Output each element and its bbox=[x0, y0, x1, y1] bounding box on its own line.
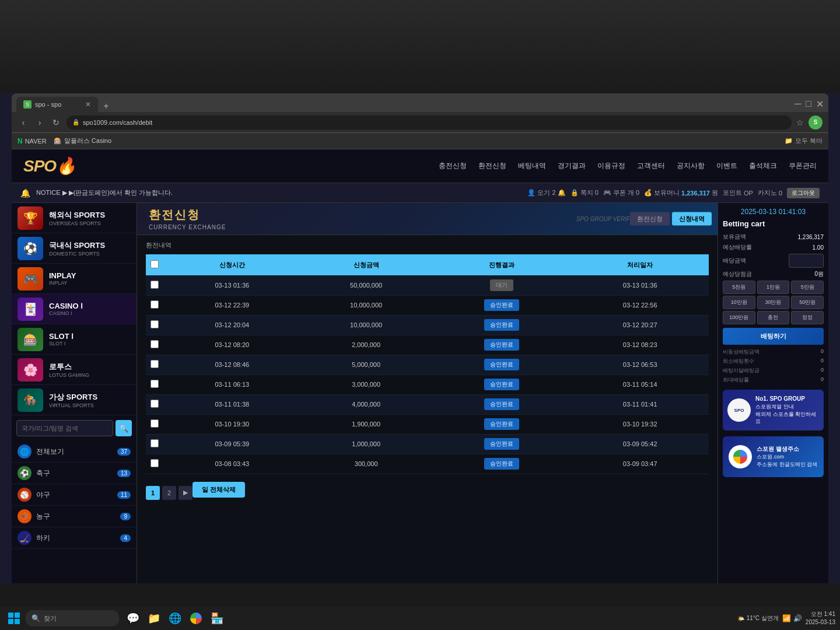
row-checkbox-3[interactable] bbox=[150, 340, 159, 348]
row-checkbox-9[interactable] bbox=[150, 459, 159, 467]
row-checkbox-0[interactable] bbox=[150, 281, 159, 289]
sidebar-item-virtual-sports[interactable]: 🏇 가상 SPORTS VIRTUAL SPORTS bbox=[12, 385, 136, 415]
nav-charge[interactable]: 충전신청 bbox=[439, 161, 467, 171]
category-soccer[interactable]: ⚽ 축구 13 bbox=[12, 463, 136, 484]
sidebar-item-overseas-sports[interactable]: 🏆 해외식 SPORTS OVERSEAS SPORTS bbox=[12, 203, 136, 233]
close-button[interactable]: ✕ bbox=[816, 99, 824, 110]
cancel-all-button[interactable]: 일 전체삭제 bbox=[192, 482, 245, 498]
quick-btn-100k[interactable]: 10만원 bbox=[723, 296, 755, 309]
user-avatar[interactable]: S bbox=[808, 116, 822, 130]
status-button-9[interactable]: 승인완료 bbox=[484, 458, 519, 470]
category-all[interactable]: 🌐 전체보기 37 bbox=[12, 441, 136, 463]
start-button[interactable] bbox=[5, 609, 23, 628]
bet-submit-button[interactable]: 배팅하기 bbox=[723, 328, 824, 345]
expected-label: 예상당첨금 bbox=[723, 270, 752, 278]
page-1-button[interactable]: 1 bbox=[146, 486, 160, 500]
quick-btn-300k[interactable]: 30만원 bbox=[757, 296, 790, 309]
page-2-button[interactable]: 2 bbox=[162, 486, 176, 500]
category-basketball[interactable]: 🏀 농구 9 bbox=[12, 506, 136, 527]
clock-time: 오전 1:41 bbox=[806, 610, 835, 618]
back-button[interactable]: ‹ bbox=[18, 117, 29, 128]
network-icon[interactable]: 📶 bbox=[782, 614, 791, 622]
quick-btn-10k[interactable]: 1만원 bbox=[757, 281, 790, 294]
status-button-5[interactable]: 승인완료 bbox=[484, 379, 519, 390]
row-checkbox-1[interactable] bbox=[150, 300, 159, 309]
row-checkbox-2[interactable] bbox=[150, 320, 159, 328]
status-button-3[interactable]: 승인완료 bbox=[484, 339, 519, 351]
notice-text: NOTICE ▶ ▶(판금도페인)에서 확인 가능합니다. bbox=[36, 188, 173, 197]
row-process-time: 03-12 08:23 bbox=[571, 335, 709, 355]
status-button-0[interactable]: 대기 bbox=[490, 279, 513, 291]
nav-notice[interactable]: 공지사항 bbox=[677, 161, 705, 171]
logout-button[interactable]: 로그아웃 bbox=[787, 188, 820, 198]
site-logo: SPO🔥 bbox=[23, 156, 76, 176]
quick-btn-charge[interactable]: 충전 bbox=[757, 311, 790, 324]
new-tab-button[interactable]: + bbox=[100, 100, 112, 112]
chrome-taskbar-icon bbox=[190, 612, 202, 624]
refresh-button[interactable]: ↻ bbox=[50, 117, 62, 128]
exchange-tab-button[interactable]: 환전신청 bbox=[630, 212, 670, 226]
status-button-7[interactable]: 승인완료 bbox=[484, 418, 519, 430]
category-hockey[interactable]: 🏒 하키 4 bbox=[12, 527, 136, 549]
row-checkbox-6[interactable] bbox=[150, 400, 159, 408]
bookmark-casino[interactable]: 🎰 알플러스 Casino bbox=[54, 136, 111, 145]
select-all-checkbox[interactable] bbox=[150, 260, 159, 268]
status-button-4[interactable]: 승인완료 bbox=[484, 359, 519, 370]
nav-exchange[interactable]: 환전신청 bbox=[478, 161, 506, 171]
browser-tab[interactable]: S spo - spo ✕ bbox=[16, 97, 98, 112]
promo-banner-1[interactable]: SPO No1. SPO GROUP 스포원계열 안내해외제 스포츠를 확인하세… bbox=[723, 390, 824, 430]
quick-btn-1m[interactable]: 100만원 bbox=[723, 311, 755, 324]
search-input[interactable] bbox=[16, 420, 113, 436]
expected-value: 0원 bbox=[814, 270, 824, 278]
history-tab-button[interactable]: 신청내역 bbox=[672, 212, 712, 226]
lotus-icon: 🌸 bbox=[18, 358, 43, 382]
taskbar-chrome-icon[interactable] bbox=[187, 609, 205, 628]
page-next-button[interactable]: ▶ bbox=[178, 486, 192, 500]
status-button-6[interactable]: 승인완료 bbox=[484, 398, 519, 410]
game-icon: 🎮 bbox=[603, 189, 611, 197]
status-button-1[interactable]: 승인완료 bbox=[484, 299, 519, 311]
maximize-button[interactable]: □ bbox=[806, 99, 811, 110]
nav-rules[interactable]: 이용규정 bbox=[597, 161, 625, 171]
tab-close-button[interactable]: ✕ bbox=[85, 100, 91, 108]
quick-btn-50k[interactable]: 5만원 bbox=[791, 281, 824, 294]
naver-icon: N bbox=[18, 137, 23, 145]
category-baseball[interactable]: ⚾ 야구 11 bbox=[12, 484, 136, 506]
minimize-button[interactable]: ─ bbox=[794, 99, 801, 110]
taskbar-search[interactable]: 🔍 찾기 bbox=[26, 610, 119, 626]
address-bar[interactable]: 🔒 spo1009.com/cash/debit bbox=[66, 116, 792, 130]
sidebar-item-inplay[interactable]: 🎮 INPLAY INPLAY bbox=[12, 264, 136, 294]
sidebar-item-domestic-sports[interactable]: ⚽ 국내식 SPORTS DOMESTIC SPORTS bbox=[12, 233, 136, 264]
bookmark-naver[interactable]: N NAVER bbox=[18, 137, 47, 145]
sidebar-item-lotus[interactable]: 🌸 로투스 LOTUS GAMING bbox=[12, 355, 136, 385]
sidebar-item-casino[interactable]: 🃏 CASINO Ⅰ CASINO I bbox=[12, 294, 136, 324]
taskbar-store-icon[interactable]: 🏪 bbox=[208, 609, 226, 628]
forward-button[interactable]: › bbox=[34, 117, 46, 128]
taskbar-edge-icon[interactable]: 🌐 bbox=[166, 609, 184, 628]
quick-btn-500k[interactable]: 50만원 bbox=[791, 296, 824, 309]
nav-customer[interactable]: 고객센터 bbox=[637, 161, 665, 171]
row-checkbox-7[interactable] bbox=[150, 419, 159, 428]
row-checkbox-4[interactable] bbox=[150, 360, 159, 368]
star-button[interactable]: ☆ bbox=[796, 118, 804, 127]
taskbar-explorer-icon[interactable]: 📁 bbox=[145, 609, 163, 628]
nav-event[interactable]: 이벤트 bbox=[716, 161, 737, 171]
row-checkbox-5[interactable] bbox=[150, 380, 159, 388]
odds-value: 1.00 bbox=[813, 244, 824, 251]
bet-amount-input[interactable]: 0 bbox=[789, 254, 824, 268]
status-button-8[interactable]: 승인완료 bbox=[484, 438, 519, 450]
taskbar-cortana-icon[interactable]: 💬 bbox=[124, 609, 142, 628]
row-checkbox-8[interactable] bbox=[150, 439, 159, 447]
quick-btn-reset[interactable]: 정정 bbox=[791, 311, 824, 324]
promo-banner-2[interactable]: 스포원 팰생주소 스포원.com주소동에 한글도메인 검색 bbox=[723, 436, 824, 477]
status-button-2[interactable]: 승인완료 bbox=[484, 319, 519, 331]
sidebar-item-slot[interactable]: 🎰 SLOT Ⅰ SLOT I bbox=[12, 324, 136, 355]
nav-betting-history[interactable]: 베팅내역 bbox=[518, 161, 546, 171]
promo-2-desc: 스포원.com주소동에 한글도메인 검색 bbox=[757, 453, 817, 468]
volume-icon[interactable]: 🔊 bbox=[793, 614, 802, 622]
nav-coupon[interactable]: 쿠폰관리 bbox=[789, 161, 817, 171]
quick-btn-5k[interactable]: 5천원 bbox=[723, 281, 755, 294]
search-button[interactable]: 🔍 bbox=[116, 420, 132, 436]
nav-attendance[interactable]: 출석체크 bbox=[749, 161, 777, 171]
nav-game-result[interactable]: 경기결과 bbox=[558, 161, 586, 171]
